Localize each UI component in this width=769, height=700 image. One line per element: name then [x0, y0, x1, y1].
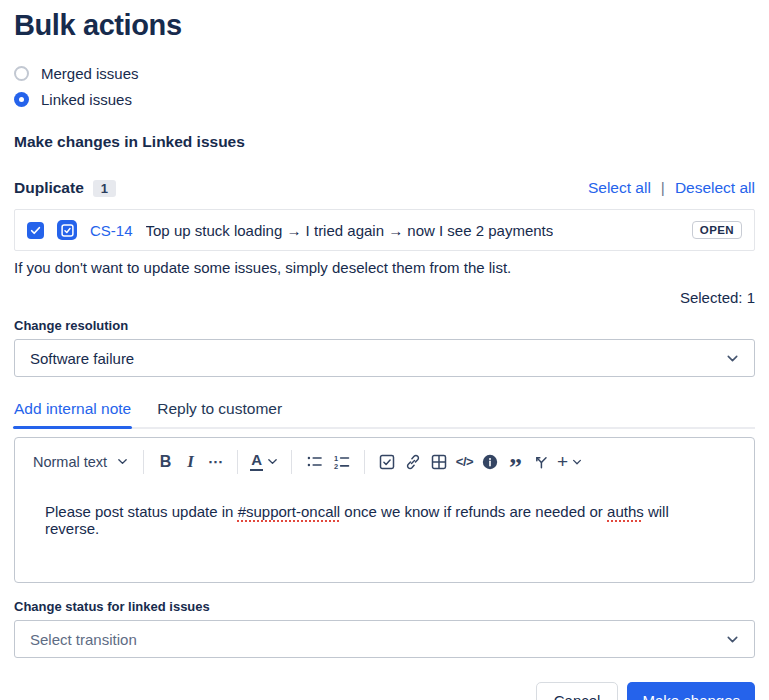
link-separator: |	[661, 179, 665, 197]
toolbar-divider	[237, 450, 238, 474]
tab-add-internal-note[interactable]: Add internal note	[14, 400, 131, 418]
radio-merged-issues-label: Merged issues	[41, 65, 139, 82]
text-style-label: Normal text	[33, 454, 107, 470]
italic-icon: I	[187, 452, 194, 472]
bullet-list-button[interactable]	[301, 448, 328, 475]
plus-icon: +	[557, 452, 568, 471]
decision-icon	[531, 452, 551, 472]
italic-button[interactable]: I	[178, 448, 203, 475]
chevron-down-icon	[571, 456, 583, 468]
check-icon	[29, 224, 42, 237]
footer-actions: Cancel Make changes	[14, 682, 755, 700]
chevron-down-icon	[725, 351, 740, 366]
issue-key-link[interactable]: CS-14	[90, 222, 133, 239]
note-tabs: Add internal note Reply to customer	[14, 400, 755, 429]
info-icon	[480, 452, 500, 472]
misspelled-word: auths	[607, 503, 644, 520]
editor-content[interactable]: Please post status update in #support-on…	[15, 477, 754, 537]
toolbar-divider	[364, 450, 365, 474]
resolution-label: Change resolution	[14, 318, 755, 333]
bulk-actions-page: Bulk actions Merged issues Linked issues…	[0, 0, 769, 700]
bullet-list-icon	[304, 451, 325, 472]
task-list-button[interactable]	[374, 448, 400, 475]
code-icon: </>	[456, 454, 473, 469]
tab-reply-to-customer[interactable]: Reply to customer	[157, 400, 282, 418]
link-button[interactable]	[400, 448, 426, 475]
row-checkbox-checked[interactable]	[27, 222, 44, 239]
text-color-button[interactable]: A	[247, 448, 282, 475]
make-changes-button[interactable]: Make changes	[627, 682, 755, 700]
select-all-link[interactable]: Select all	[588, 179, 651, 197]
count-badge: 1	[93, 180, 116, 197]
page-title: Bulk actions	[14, 9, 755, 42]
toolbar-divider	[291, 450, 292, 474]
issue-scope-radio-group: Merged issues Linked issues	[14, 65, 755, 108]
table-icon	[429, 452, 449, 472]
numbered-list-icon: 12	[331, 451, 352, 472]
transition-placeholder: Select transition	[30, 631, 137, 648]
info-panel-button[interactable]	[477, 448, 503, 475]
note-paragraph: Please post status update in #support-on…	[45, 503, 724, 537]
link-icon	[403, 452, 423, 472]
radio-linked-issues[interactable]: Linked issues	[14, 91, 755, 108]
transition-select[interactable]: Select transition	[14, 620, 755, 658]
decision-button[interactable]	[528, 448, 554, 475]
bold-icon: B	[160, 453, 172, 471]
section-heading: Make changes in Linked issues	[14, 133, 755, 151]
group-label: Duplicate	[14, 179, 84, 197]
bold-button[interactable]: B	[153, 448, 178, 475]
insert-more-dropdown[interactable]: +	[554, 448, 586, 475]
group-label-wrap: Duplicate 1	[14, 179, 116, 197]
more-icon: ⋯	[208, 453, 224, 471]
cancel-button[interactable]: Cancel	[536, 682, 619, 700]
numbered-list-button[interactable]: 12	[328, 448, 355, 475]
radio-merged-issues[interactable]: Merged issues	[14, 65, 755, 82]
deselect-hint: If you don't want to update some issues,…	[14, 259, 755, 276]
radio-unselected-icon	[14, 66, 29, 81]
text-color-icon: A	[250, 452, 263, 472]
text-style-dropdown[interactable]: Normal text	[28, 448, 134, 475]
svg-text:2: 2	[334, 462, 338, 471]
editor-toolbar: Normal text B I ⋯ A 12	[15, 438, 754, 477]
issue-row[interactable]: CS-14 Top up stuck loading → I tried aga…	[14, 209, 755, 251]
deselect-all-link[interactable]: Deselect all	[675, 179, 755, 197]
list-header: Duplicate 1 Select all | Deselect all	[14, 179, 755, 197]
resolution-select[interactable]: Software failure	[14, 339, 755, 377]
radio-selected-icon	[14, 92, 29, 107]
task-list-icon	[377, 452, 397, 472]
issue-type-task-icon	[57, 220, 77, 240]
rich-text-editor[interactable]: Normal text B I ⋯ A 12	[14, 437, 755, 583]
status-badge: OPEN	[692, 221, 742, 239]
chevron-down-icon	[725, 632, 740, 647]
resolution-value: Software failure	[30, 350, 134, 367]
radio-linked-issues-label: Linked issues	[41, 91, 132, 108]
selected-count: Selected: 1	[14, 289, 755, 306]
transition-label: Change status for linked issues	[14, 599, 755, 614]
table-button[interactable]	[426, 448, 452, 475]
toolbar-divider	[143, 450, 144, 474]
more-formatting-button[interactable]: ⋯	[203, 448, 228, 475]
code-snippet-button[interactable]: </>	[452, 448, 477, 475]
misspelled-word: #support-oncall	[238, 503, 341, 520]
chevron-down-icon	[266, 455, 279, 468]
selection-links: Select all | Deselect all	[588, 179, 755, 197]
chevron-down-icon	[116, 455, 129, 468]
issue-summary: Top up stuck loading → I tried again → n…	[146, 222, 554, 239]
quote-button[interactable]: ”	[503, 448, 528, 475]
